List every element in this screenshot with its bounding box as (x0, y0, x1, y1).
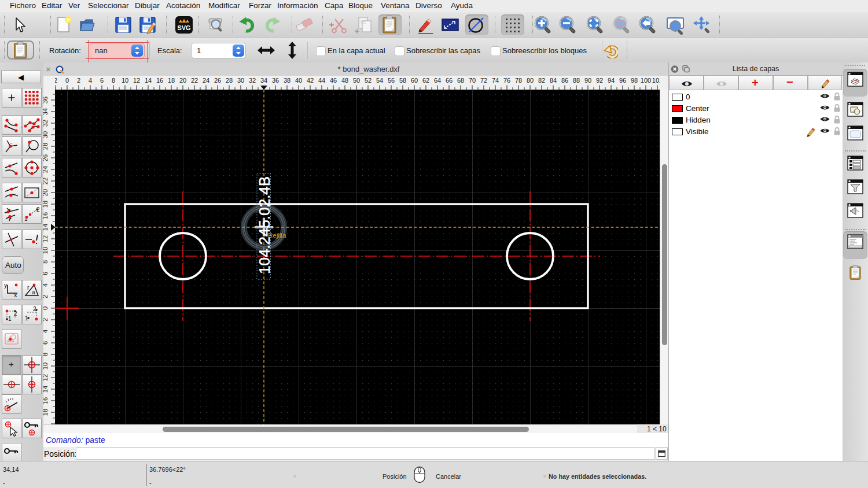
svg-text:24: 24 (43, 166, 49, 173)
svg-text:28: 28 (226, 77, 233, 84)
svg-text:10: 10 (43, 363, 49, 369)
svg-text:18: 18 (168, 77, 175, 84)
svg-text:x: x (14, 291, 17, 298)
svg-text:68: 68 (457, 77, 464, 84)
svg-text:36: 36 (272, 77, 279, 84)
svg-text:12: 12 (43, 374, 49, 381)
svg-text:32: 32 (249, 77, 256, 84)
svg-text:60: 60 (411, 77, 418, 84)
svg-text:4: 4 (89, 77, 92, 84)
svg-text:2: 2 (77, 77, 80, 84)
svg-text:104.245.02.4B: 104.245.02.4B (256, 176, 273, 274)
svg-text:8: 8 (43, 353, 49, 356)
svg-text:54: 54 (376, 77, 383, 84)
svg-text:14: 14 (43, 386, 49, 393)
svg-text:0: 0 (43, 306, 49, 310)
svg-text:90: 90 (584, 77, 591, 84)
svg-text:16: 16 (43, 397, 49, 404)
svg-text:10: 10 (43, 247, 49, 254)
svg-text:74: 74 (492, 77, 499, 84)
svg-text:4: 4 (43, 283, 49, 287)
svg-text:24: 24 (203, 77, 209, 84)
svg-text:80: 80 (527, 77, 534, 84)
svg-text:12: 12 (43, 235, 49, 242)
svg-text:56: 56 (388, 77, 395, 84)
svg-text:98: 98 (631, 77, 638, 84)
svg-text:28: 28 (43, 143, 49, 150)
svg-text:34: 34 (43, 108, 49, 115)
svg-text:10: 10 (122, 77, 128, 84)
svg-text:82: 82 (538, 77, 545, 84)
svg-text:a: a (32, 289, 35, 295)
svg-text:62: 62 (422, 77, 429, 84)
svg-text:58: 58 (399, 77, 406, 84)
svg-text:36: 36 (43, 97, 49, 103)
svg-text:42: 42 (307, 77, 314, 84)
svg-text:52: 52 (365, 77, 372, 84)
svg-text:30: 30 (237, 77, 244, 84)
svg-text:16: 16 (156, 77, 163, 84)
svg-text:8: 8 (112, 77, 115, 84)
svg-text:y: y (4, 282, 8, 289)
svg-text:84: 84 (550, 77, 557, 84)
svg-text:100: 100 (641, 77, 651, 84)
svg-text:88: 88 (573, 77, 580, 84)
svg-text:76: 76 (503, 77, 510, 84)
svg-text:96: 96 (619, 77, 626, 84)
svg-text:20: 20 (43, 189, 49, 196)
svg-text:102: 102 (652, 77, 660, 84)
svg-text:2: 2 (43, 295, 49, 298)
svg-text:22: 22 (191, 77, 198, 84)
svg-text:72: 72 (480, 77, 487, 84)
svg-text:0: 0 (65, 77, 69, 84)
svg-text:8: 8 (43, 260, 49, 264)
svg-text:64: 64 (434, 77, 441, 84)
svg-text:86: 86 (561, 77, 568, 84)
svg-text:66: 66 (446, 77, 453, 84)
svg-text:6: 6 (100, 77, 104, 84)
svg-text:6: 6 (43, 272, 49, 275)
svg-text:20: 20 (179, 77, 186, 84)
svg-text:78: 78 (515, 77, 522, 84)
svg-text:18: 18 (43, 201, 49, 208)
svg-text:26: 26 (43, 154, 49, 161)
svg-text:30: 30 (43, 131, 49, 138)
svg-text:92: 92 (596, 77, 603, 84)
svg-text:r: r (27, 284, 30, 291)
svg-text:14: 14 (43, 224, 49, 231)
svg-text:4: 4 (43, 330, 49, 333)
svg-text:50: 50 (353, 77, 360, 84)
svg-text:6: 6 (43, 341, 49, 345)
svg-text:2: 2 (55, 77, 57, 84)
svg-text:48: 48 (341, 77, 348, 84)
svg-text:1: 1 (8, 316, 12, 322)
svg-text:32: 32 (43, 120, 49, 127)
svg-text:12: 12 (133, 77, 140, 84)
svg-text:Rejilla: Rejilla (268, 232, 286, 239)
svg-text:38: 38 (284, 77, 290, 84)
svg-text:14: 14 (145, 77, 152, 84)
svg-text:2: 2 (43, 318, 49, 321)
svg-text:26: 26 (214, 77, 221, 84)
svg-text:44: 44 (318, 77, 325, 84)
svg-text:22: 22 (43, 178, 49, 184)
svg-text:34: 34 (260, 77, 267, 84)
svg-text:16: 16 (43, 212, 49, 219)
svg-text:70: 70 (469, 77, 476, 84)
svg-text:46: 46 (330, 77, 337, 84)
svg-text:18: 18 (43, 409, 49, 416)
svg-text:SVG: SVG (177, 24, 190, 31)
svg-text:40: 40 (295, 77, 302, 84)
svg-text:94: 94 (608, 77, 615, 84)
